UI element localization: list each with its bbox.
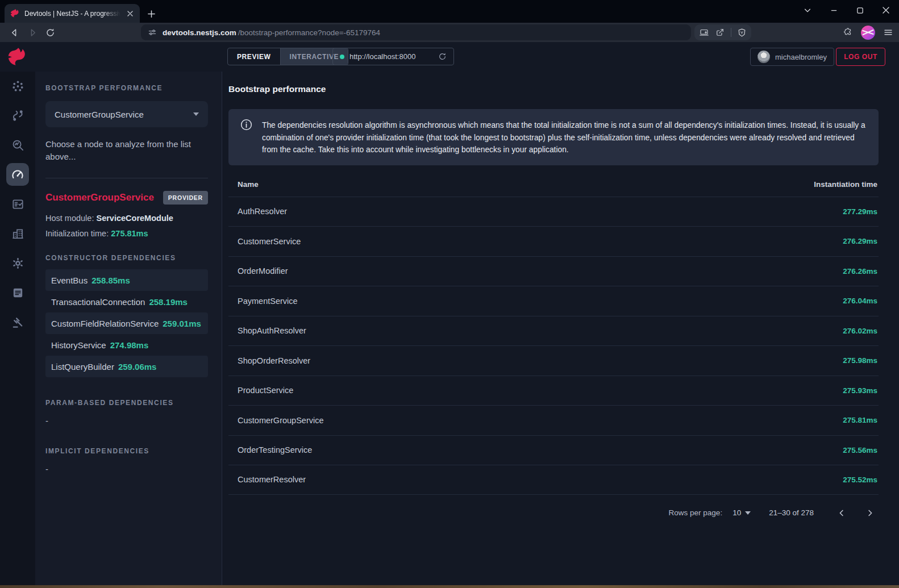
sidebar-item-insights[interactable] [6,134,29,156]
implicit-deps-value: - [45,464,208,474]
username: michaelbromley [775,53,827,61]
app-icon-rail [0,72,35,585]
window-controls [794,0,899,23]
node-select[interactable]: CustomerGroupService [45,101,208,127]
table-row[interactable]: ShopOrderResolver275.98ms [228,345,879,376]
sidebar-item-graph[interactable] [6,74,29,97]
table-row[interactable]: CustomerGroupService275.81ms [228,405,879,435]
sidebar-item-docs[interactable] [6,281,29,304]
toolbar-right-icons [843,24,893,40]
dep-list-item[interactable]: EventBus258.85ms [45,269,208,291]
table-row[interactable]: CustomerService276.29ms [228,226,879,256]
minimize-icon[interactable] [821,0,847,20]
next-page-button[interactable] [863,506,877,520]
nestjs-favicon-icon [10,9,20,18]
table-row[interactable]: AuthResolver277.29ms [228,197,879,227]
user-menu[interactable]: michaelbromley [750,48,834,66]
reload-icon[interactable] [44,26,56,39]
performance-table: AuthResolver277.29ms CustomerService276.… [228,197,879,495]
page-title: Bootstrap performance [228,84,879,94]
logout-button[interactable]: LOG OUT [836,48,885,66]
browser-profile-avatar[interactable] [861,26,875,40]
pagination-range: 21–30 of 278 [769,508,814,517]
refresh-target-icon[interactable] [438,52,447,61]
send-to-device-icon[interactable] [699,27,709,37]
dep-list-item[interactable]: HistoryService274.98ms [45,334,208,356]
constructor-deps-title: CONSTRUCTOR DEPENDENCIES [45,254,208,262]
rows-per-page-select[interactable]: 10 [732,508,751,517]
sidebar-item-performance[interactable] [6,163,29,186]
constructor-deps-list: EventBus258.85ms TransactionalConnection… [45,269,208,377]
tab-search-icon[interactable] [794,0,821,20]
previous-page-button[interactable] [834,506,849,520]
extensions-icon[interactable] [843,27,853,37]
url-host: devtools.nestjs.com [163,28,236,37]
chevron-down-icon [745,511,751,515]
main-content: Bootstrap performance The dependencies r… [222,72,899,585]
rows-per-page-label: Rows per page: [669,508,723,517]
toolbar-action-group [694,24,751,40]
bootstrap-performance-panel: BOOTSTRAP PERFORMANCE CustomerGroupServi… [35,72,222,585]
table-header: Name Instantiation time [228,170,879,197]
view-mode-toggle: PREVIEW INTERACTIVE [227,48,348,65]
panel-title: BOOTSTRAP PERFORMANCE [45,84,208,92]
host-module-line: Host module: ServiceCoreModule [45,214,208,223]
url-path: /bootstrap-performance?node=-65179764 [238,28,380,37]
sidebar-item-routes[interactable] [6,104,29,127]
back-icon[interactable] [8,26,20,39]
share-icon[interactable] [715,27,725,37]
sidebar-item-audit[interactable] [6,311,29,333]
param-deps-value: - [45,416,208,426]
info-text: The dependencies resolution algorithm is… [262,119,867,156]
table-row[interactable]: CustomerResolver275.52ms [228,465,879,495]
toolbar-separator [731,28,731,37]
column-instantiation-time: Instantiation time [814,180,877,189]
selected-node-name: CustomerGroupService [45,192,154,203]
nestjs-logo[interactable] [0,42,35,72]
implicit-deps-title: IMPLICIT DEPENDENCIES [45,447,208,455]
desktop-wallpaper-edge [0,585,899,588]
host-module-value: ServiceCoreModule [96,214,173,223]
panel-divider [45,178,208,178]
tab-close-icon[interactable] [125,9,135,19]
maximize-icon[interactable] [847,0,873,20]
connection-status-dot [340,55,344,59]
provider-badge: PROVIDER [163,191,208,205]
column-name: Name [238,180,259,189]
url-bar[interactable]: devtools.nestjs.com /bootstrap-performan… [141,24,691,40]
table-row[interactable]: ProductService275.93ms [228,376,879,406]
table-row[interactable]: OrderModifier276.26ms [228,256,879,286]
table-row[interactable]: PaymentService276.04ms [228,286,879,316]
close-icon[interactable] [873,0,899,20]
table-row[interactable]: OrderTestingService275.56ms [228,435,879,465]
preview-button[interactable]: PREVIEW [228,48,281,65]
sidebar-item-fact-check[interactable] [6,193,29,215]
browser-tab-strip: Devtools | NestJS - A progressive [0,0,899,23]
target-url-box[interactable]: http://localhost:8000 [332,48,454,65]
init-time-value: 275.81ms [111,229,148,238]
table-pagination: Rows per page: 10 21–30 of 278 [228,495,879,520]
sidebar-item-settings[interactable] [6,252,29,274]
target-url: http://localhost:8000 [349,52,433,61]
tune-icon[interactable] [148,28,157,37]
table-row[interactable]: ShopAuthResolver276.02ms [228,316,879,346]
brave-shield-icon[interactable] [737,28,747,37]
menu-icon[interactable] [883,27,893,37]
panel-hint: Choose a node to analyze from the list a… [45,138,208,163]
dep-list-item[interactable]: ListQueryBuilder259.06ms [45,356,208,377]
dep-list-item[interactable]: CustomFieldRelationService259.01ms [45,312,208,334]
sidebar-item-modules[interactable] [6,222,29,245]
browser-tab[interactable]: Devtools | NestJS - A progressive [5,4,140,23]
user-avatar [758,51,770,63]
param-deps-title: PARAM-BASED DEPENDENCIES [45,399,208,407]
forward-icon[interactable] [26,26,39,39]
chevron-down-icon [193,112,199,116]
info-banner: The dependencies resolution algorithm is… [228,109,879,165]
info-icon [240,118,253,131]
node-select-value: CustomerGroupService [55,110,144,119]
tab-title: Devtools | NestJS - A progressive [24,10,120,18]
dep-list-item[interactable]: TransactionalConnection258.19ms [45,291,208,312]
init-time-line: Initialization time: 275.81ms [45,229,208,238]
new-tab-button[interactable] [144,7,158,20]
